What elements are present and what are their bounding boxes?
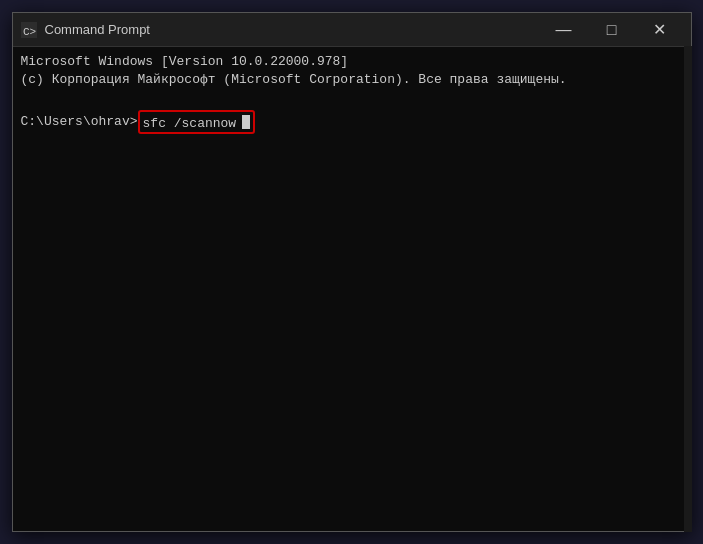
terminal-line-1: Microsoft Windows [Version 10.0.22000.97… [21, 53, 683, 71]
terminal-body[interactable]: Microsoft Windows [Version 10.0.22000.97… [13, 47, 691, 531]
cmd-icon: C> [21, 22, 37, 38]
command-prompt-window: C> Command Prompt — □ ✕ Microsoft Window… [12, 12, 692, 532]
terminal-cursor [242, 115, 250, 129]
scrollbar[interactable] [684, 46, 692, 532]
command-line: C:\Users\ohrav > sfc /scannow [21, 110, 683, 134]
prompt-symbol: > [130, 114, 138, 129]
minimize-button[interactable]: — [541, 15, 587, 45]
command-text: sfc /scannow [143, 116, 237, 131]
terminal-line-2: (c) Корпорация Майкрософт (Microsoft Cor… [21, 71, 683, 89]
window-title: Command Prompt [45, 22, 541, 37]
command-highlight-box: sfc /scannow [138, 110, 255, 134]
close-button[interactable]: ✕ [637, 15, 683, 45]
svg-text:C>: C> [23, 26, 36, 38]
window-controls: — □ ✕ [541, 15, 683, 45]
prompt-path: C:\Users\ohrav [21, 114, 130, 129]
title-bar: C> Command Prompt — □ ✕ [13, 13, 691, 47]
terminal-line-3 [21, 89, 683, 107]
maximize-button[interactable]: □ [589, 15, 635, 45]
